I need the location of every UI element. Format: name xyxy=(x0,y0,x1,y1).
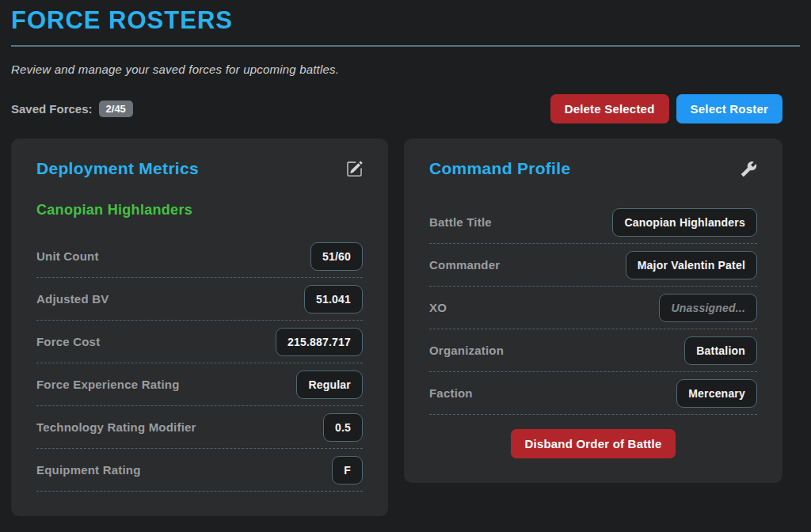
profile-row-battle-title: Battle Title Canopian Highlanders xyxy=(429,201,757,244)
cards-grid: Deployment Metrics Canopian Highlanders … xyxy=(11,139,800,516)
toolbar: Saved Forces: 2/45 Delete Selected Selec… xyxy=(11,94,782,124)
metric-row-force-cost: Force Cost 215.887.717 xyxy=(36,321,363,363)
delete-selected-button[interactable]: Delete Selected xyxy=(550,94,669,124)
profile-row-faction: Faction Mercenary xyxy=(429,372,757,415)
faction-field[interactable]: Mercenary xyxy=(676,379,757,408)
saved-forces-count-badge: 2/45 xyxy=(99,101,133,117)
metric-row-experience-rating: Force Experience Rating Regular xyxy=(36,363,363,406)
page-header: FORCE ROSTERS Review and manage your sav… xyxy=(11,6,800,76)
metric-value: Regular xyxy=(296,370,363,399)
organization-field[interactable]: Battalion xyxy=(684,336,757,365)
metric-value: F xyxy=(332,456,363,484)
profile-label: Organization xyxy=(429,344,504,357)
page-subtitle: Review and manage your saved forces for … xyxy=(11,63,800,76)
command-card-title: Command Profile xyxy=(429,159,570,178)
metric-label: Force Experience Rating xyxy=(36,378,180,391)
metric-row-adjusted-bv: Adjusted BV 51.041 xyxy=(36,278,363,321)
metric-label: Force Cost xyxy=(36,335,100,348)
deployment-card-header: Deployment Metrics xyxy=(36,158,363,180)
disband-order-button[interactable]: Disband Order of Battle xyxy=(511,429,676,458)
metric-label: Equipment Rating xyxy=(36,463,141,477)
metric-label: Technology Rating Modifier xyxy=(36,420,196,434)
battle-title-field[interactable]: Canopian Highlanders xyxy=(612,208,757,237)
title-divider xyxy=(11,45,800,47)
deployment-metrics-card: Deployment Metrics Canopian Highlanders … xyxy=(11,139,388,516)
deployment-rows: Unit Count 51/60 Adjusted BV 51.041 Forc… xyxy=(36,235,363,492)
profile-label: Battle Title xyxy=(429,215,492,229)
metric-value: 0.5 xyxy=(323,413,363,442)
metric-row-unit-count: Unit Count 51/60 xyxy=(36,235,363,278)
force-name: Canopian Highlanders xyxy=(36,202,363,218)
commander-field[interactable]: Major Valentin Patel xyxy=(626,251,757,279)
metric-row-equipment-rating: Equipment Rating F xyxy=(36,449,363,492)
edit-icon[interactable] xyxy=(346,161,363,177)
toolbar-actions: Delete Selected Select Roster xyxy=(550,94,782,124)
profile-row-organization: Organization Battalion xyxy=(429,329,757,372)
saved-forces-label: Saved Forces: xyxy=(11,102,93,116)
select-roster-button[interactable]: Select Roster xyxy=(676,94,782,124)
xo-field[interactable]: Unassigned... xyxy=(659,294,757,322)
command-rows: Battle Title Canopian Highlanders Comman… xyxy=(429,201,757,415)
page-title: FORCE ROSTERS xyxy=(11,6,800,35)
profile-label: Faction xyxy=(429,386,473,400)
saved-forces-status: Saved Forces: 2/45 xyxy=(11,101,133,117)
metric-label: Unit Count xyxy=(36,249,99,263)
profile-row-commander: Commander Major Valentin Patel xyxy=(429,244,757,287)
disband-button-wrap: Disband Order of Battle xyxy=(429,429,757,458)
wrench-icon[interactable] xyxy=(741,161,757,177)
profile-row-xo: XO Unassigned... xyxy=(429,287,757,329)
metric-value: 51.041 xyxy=(304,285,363,314)
deployment-card-title: Deployment Metrics xyxy=(36,159,199,178)
command-profile-card: Command Profile Battle Title Canopian Hi… xyxy=(404,139,782,483)
metric-value: 51/60 xyxy=(310,242,363,271)
metric-row-tech-rating-modifier: Technology Rating Modifier 0.5 xyxy=(36,406,363,449)
command-card-header: Command Profile xyxy=(429,158,757,180)
metric-label: Adjusted BV xyxy=(36,292,109,306)
profile-label: XO xyxy=(429,301,447,314)
profile-label: Commander xyxy=(429,258,500,272)
metric-value: 215.887.717 xyxy=(276,328,363,356)
